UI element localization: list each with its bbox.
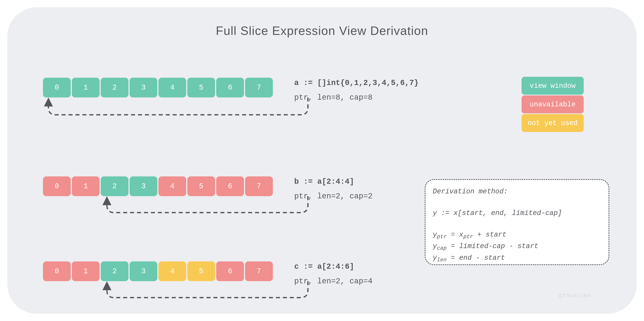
ptr-arrow-b bbox=[43, 196, 354, 226]
derivation-box: Derivation method: y := x[start, end, li… bbox=[425, 179, 609, 265]
legend: view window unavailable not yet used bbox=[522, 77, 584, 133]
derivation-line: ylen = end - start bbox=[433, 253, 601, 264]
diagram-panel: Full Slice Expression View Derivation 01… bbox=[7, 7, 637, 314]
cell: 2 bbox=[101, 78, 128, 98]
legend-not-yet-used: not yet used bbox=[522, 114, 584, 132]
cell: 6 bbox=[216, 176, 244, 196]
cell: 3 bbox=[130, 262, 157, 281]
cell: 5 bbox=[187, 176, 215, 196]
cell: 6 bbox=[216, 262, 244, 281]
derivation-heading: Derivation method: bbox=[433, 186, 601, 197]
strip-b: 01234567 bbox=[43, 176, 273, 196]
cell: 3 bbox=[130, 78, 157, 98]
cell: 5 bbox=[187, 262, 215, 281]
cell: 0 bbox=[43, 78, 71, 98]
cell: 6 bbox=[216, 78, 244, 98]
cell: 7 bbox=[245, 78, 273, 98]
watermark: qtmuniao bbox=[558, 292, 591, 299]
cell: 0 bbox=[43, 176, 71, 196]
legend-view-window: view window bbox=[522, 77, 584, 95]
ptr-arrow-c bbox=[43, 281, 354, 310]
derivation-lines: yptr = xptr + startycap = limited-cap - … bbox=[433, 230, 601, 264]
cell: 1 bbox=[72, 176, 100, 196]
canvas: Full Slice Expression View Derivation 01… bbox=[0, 0, 644, 321]
cell: 4 bbox=[158, 78, 186, 98]
cell: 7 bbox=[245, 262, 273, 281]
strip-c: 01234567 bbox=[43, 262, 273, 281]
derivation-line: ycap = limited-cap - start bbox=[433, 241, 601, 253]
cell: 4 bbox=[158, 176, 186, 196]
cell: 5 bbox=[187, 78, 215, 98]
strip-a: 01234567 bbox=[43, 78, 273, 98]
derivation-line: yptr = xptr + start bbox=[433, 230, 601, 241]
cell: 2 bbox=[101, 262, 128, 281]
cell: 7 bbox=[245, 176, 273, 196]
cell: 4 bbox=[158, 262, 186, 281]
cell: 3 bbox=[130, 176, 157, 196]
cell: 0 bbox=[43, 262, 71, 281]
cell: 2 bbox=[101, 176, 128, 196]
cell: 1 bbox=[72, 262, 100, 281]
legend-unavailable: unavailable bbox=[522, 96, 584, 113]
diagram-title: Full Slice Expression View Derivation bbox=[7, 24, 637, 38]
ptr-arrow-a bbox=[43, 98, 354, 127]
derivation-expr: y := x[start, end, limited-cap] bbox=[433, 208, 601, 219]
cell: 1 bbox=[72, 78, 100, 98]
